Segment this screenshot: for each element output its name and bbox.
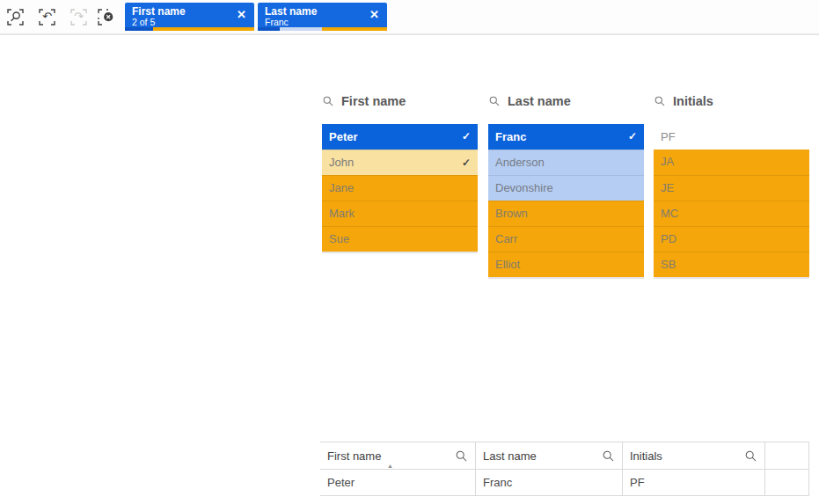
column-label: Initials (630, 449, 662, 463)
column-label: First name (327, 449, 381, 463)
value-label: Devonshire (495, 181, 553, 194)
selections-toolbar: ↶ ↷ First name 2 of 5 ✕ (0, 0, 819, 35)
listbox-value-john[interactable]: John✓ (322, 150, 478, 175)
value-label: MC (661, 207, 678, 220)
step-back-button[interactable]: ↶ (38, 8, 56, 26)
selection-state-bar (258, 27, 387, 31)
column-search-icon[interactable] (602, 449, 615, 463)
listbox-header[interactable]: Last name (488, 91, 644, 111)
search-in-selections-button[interactable] (6, 8, 25, 26)
value-label: Mark (329, 207, 355, 220)
straight-table: First name ▲Last name Initials PeterFran… (320, 442, 809, 496)
listbox-value-mc[interactable]: MC (654, 201, 809, 226)
value-label: Elliot (495, 258, 520, 271)
listbox-header[interactable]: Initials (654, 91, 809, 111)
listbox-value-pd[interactable]: PD (654, 226, 809, 252)
table-cell[interactable]: Franc (476, 470, 623, 496)
value-label: Sue (329, 232, 349, 245)
state-segment (280, 27, 323, 31)
column-search-icon[interactable] (455, 449, 468, 463)
state-segment (153, 27, 254, 31)
listbox-title: First name (341, 94, 406, 108)
chip-selection-summary: Franc (265, 17, 289, 27)
table-row: PeterFrancPF (320, 470, 809, 496)
listbox-value-je[interactable]: JE (654, 175, 809, 201)
value-label: Franc (495, 130, 526, 143)
value-label: Brown (495, 207, 528, 220)
value-label: JA (661, 155, 674, 168)
chip-body[interactable]: First name 2 of 5 ✕ (125, 3, 254, 27)
checkmark-icon: ✓ (462, 150, 471, 175)
search-icon[interactable] (322, 95, 334, 107)
selection-chip[interactable]: Last name Franc ✕ (258, 3, 387, 31)
value-label: PD (661, 232, 676, 245)
table-header-row: First name ▲Last name Initials (320, 442, 809, 470)
column-header-empty (765, 442, 809, 470)
clear-selections-icon (97, 8, 115, 26)
value-label: Carr (495, 232, 517, 245)
listbox-value-jane[interactable]: Jane (322, 175, 478, 201)
value-label: PF (661, 130, 676, 143)
listbox-header[interactable]: First name (322, 91, 478, 111)
search-marquee-icon (6, 8, 25, 26)
sort-ascending-icon: ▲ (387, 463, 393, 469)
column-search-icon[interactable] (744, 449, 757, 463)
table-cell[interactable]: PF (623, 470, 765, 496)
search-icon[interactable] (488, 95, 501, 107)
value-label: Jane (329, 181, 354, 194)
value-label: JE (661, 181, 674, 194)
listbox-value-sb[interactable]: SB (654, 252, 809, 277)
listbox-value-devonshire[interactable]: Devonshire (488, 175, 644, 201)
value-label: Peter (329, 130, 358, 143)
chip-field-name: First name (132, 5, 186, 18)
listbox-title: Initials (673, 94, 713, 108)
search-icon[interactable] (654, 95, 666, 107)
listbox-value-ja[interactable]: JA (654, 150, 809, 175)
listbox-value-carr[interactable]: Carr (488, 226, 644, 252)
state-segment (125, 27, 153, 31)
checkmark-icon: ✓ (462, 124, 471, 150)
value-label: John (329, 156, 354, 169)
listbox-values: Peter✓John✓JaneMarkSue (322, 124, 478, 253)
listbox-title: Last name (508, 94, 571, 108)
state-segment (258, 27, 280, 31)
listbox: First name Peter✓John✓JaneMarkSue (322, 91, 478, 253)
listbox-value-peter[interactable]: Peter✓ (322, 124, 478, 150)
close-icon[interactable]: ✕ (369, 8, 379, 21)
listbox: Initials PFJAJEMCPDSB (654, 91, 809, 279)
listbox-value-pf[interactable]: PF (654, 124, 809, 150)
column-header-last-name[interactable]: Last name (476, 442, 623, 470)
listbox: Last name Franc✓AndersonDevonshireBrownC… (488, 91, 644, 279)
selection-state-bar (125, 27, 254, 31)
chip-selection-summary: 2 of 5 (132, 17, 155, 27)
table-cell[interactable] (765, 470, 809, 496)
listbox-value-sue[interactable]: Sue (322, 226, 478, 252)
redo-arrow-icon: ↷ (69, 8, 88, 26)
listbox-value-brown[interactable]: Brown (488, 201, 644, 226)
state-segment (322, 27, 387, 31)
checkmark-icon: ✓ (628, 124, 637, 150)
close-icon[interactable]: ✕ (237, 8, 246, 21)
value-label: Anderson (495, 156, 545, 169)
value-label: SB (661, 258, 676, 271)
listbox-values: Franc✓AndersonDevonshireBrownCarrElliot (488, 124, 644, 279)
column-header-initials[interactable]: Initials (623, 442, 765, 470)
listbox-values: PFJAJEMCPDSB (654, 124, 809, 279)
listbox-value-elliot[interactable]: Elliot (488, 252, 644, 277)
undo-arrow-icon: ↶ (38, 8, 56, 26)
listbox-value-anderson[interactable]: Anderson (488, 150, 644, 175)
listbox-value-franc[interactable]: Franc✓ (488, 124, 644, 150)
column-label: Last name (483, 449, 537, 463)
chip-body[interactable]: Last name Franc ✕ (258, 3, 387, 27)
clear-all-selections-button[interactable] (97, 8, 115, 26)
listbox-value-mark[interactable]: Mark (322, 201, 478, 226)
chip-field-name: Last name (265, 5, 317, 18)
step-forward-button[interactable]: ↷ (69, 8, 88, 26)
column-header-first-name[interactable]: First name ▲ (320, 442, 476, 470)
table-cell[interactable]: Peter (320, 470, 476, 496)
selection-chip[interactable]: First name 2 of 5 ✕ (125, 3, 254, 31)
